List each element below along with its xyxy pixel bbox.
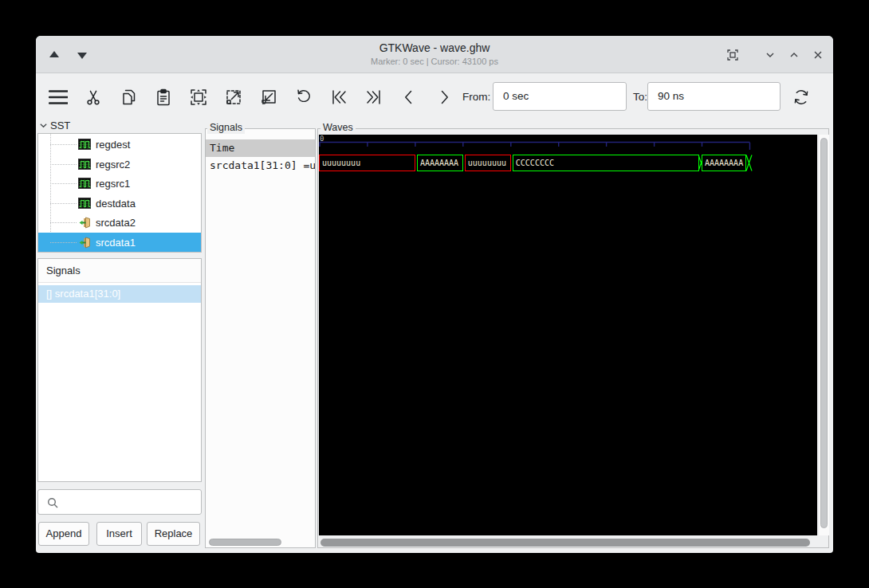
cut-button[interactable] [84, 88, 103, 107]
zoom-fit-button[interactable] [189, 88, 208, 107]
tree-item-regsrc2[interactable]: regsrc2 [38, 155, 201, 174]
prev-button[interactable] [399, 88, 419, 107]
search-input[interactable] [37, 489, 202, 515]
tree-item-label: destdata [96, 198, 136, 210]
skip-end-button[interactable] [364, 88, 383, 107]
waves-vscrollbar-track[interactable] [819, 135, 829, 535]
waves-hscrollbar[interactable] [320, 539, 810, 547]
wave-signal-icon [78, 138, 91, 151]
wave-canvas[interactable]: 0 uuuuuuuuAAAAAAAAuuuuuuuuCCCCCCCCAAAAAA… [319, 135, 817, 535]
tree-item-label: regsrc2 [96, 159, 130, 171]
maximize-icon[interactable] [788, 49, 800, 61]
wave-segment-uuuuuuuu-0ns: uuuuuuuu [319, 155, 415, 171]
tree-branch-line [50, 242, 77, 243]
wave-signal-icon [78, 158, 91, 171]
tree-branch-line [50, 203, 77, 204]
to-label: To: [633, 91, 647, 103]
sst-tree: regdestregsrc2regsrc1destdatasrcdata2src… [37, 133, 202, 253]
tree-item-label: regsrc1 [96, 178, 130, 190]
sst-header[interactable]: SST [39, 119, 70, 131]
tree-item-destdata[interactable]: destdata [38, 194, 201, 214]
sst-label: SST [50, 120, 70, 131]
tree-branch-line [50, 222, 77, 223]
signals-list-header: Signals [38, 259, 201, 283]
copy-button[interactable] [119, 88, 138, 107]
tree-item-regdest[interactable]: regdest [38, 135, 201, 155]
tree-item-srcdata2[interactable]: srcdata2 [38, 213, 201, 233]
wave-segment-CCCCCCCC-40ns: CCCCCCCC [513, 155, 699, 171]
title-bar: GTKWave - wave.ghw Marker: 0 sec | Curso… [36, 36, 833, 73]
chevron-down-icon [39, 121, 48, 130]
menu-button[interactable] [49, 88, 68, 107]
fullscreen-icon[interactable] [726, 49, 739, 61]
window-subtitle: Marker: 0 sec | Cursor: 43100 ps [36, 57, 833, 66]
close-icon[interactable] [812, 49, 824, 61]
tree-branch-line [50, 183, 77, 184]
from-label: From: [462, 91, 490, 103]
replace-button[interactable]: Replace [147, 522, 200, 546]
tree-item-label: srcdata2 [96, 217, 136, 229]
signal-name-row[interactable]: srcdata1[31:0] =uu [206, 157, 315, 174]
port-signal-icon [78, 216, 91, 229]
waves-vscrollbar-thumb[interactable] [820, 138, 828, 528]
to-input[interactable]: 90 ns [647, 82, 781, 111]
waves-frame: Waves 0 uuuuuuuuAAAAAAAAuuuuuuuuCCCCCCCC… [317, 128, 829, 548]
wave-signal-icon [78, 177, 91, 190]
reload-button[interactable] [792, 88, 811, 107]
signals-hscrollbar[interactable] [209, 539, 281, 546]
wave-segment-AAAAAAAA-80ns: AAAAAAAA [702, 155, 746, 171]
zoom-in-button[interactable] [224, 88, 243, 107]
window-title: GTKWave - wave.ghw [36, 41, 833, 54]
tree-branch-line [50, 164, 77, 165]
signals-frame: Signals Time srcdata1[31:0] =uu [205, 128, 316, 548]
tree-item-srcdata1[interactable]: srcdata1 [38, 233, 201, 253]
zoom-out-button[interactable] [259, 88, 278, 107]
wave-signal-icon [78, 197, 91, 210]
undo-button[interactable] [294, 88, 313, 107]
append-button[interactable]: Append [38, 522, 89, 546]
tree-item-label: regdest [96, 139, 130, 151]
signals-list-item[interactable]: [] srcdata1[31:0] [38, 285, 201, 303]
signals-frame-legend: Signals [207, 122, 245, 134]
next-button[interactable] [434, 88, 454, 107]
toolbar: From: 0 sec To: 90 ns [36, 74, 833, 120]
wave-segment-AAAAAAAA-20ns: AAAAAAAA [417, 155, 463, 171]
wave-segment-uuuuuuuu-30ns: uuuuuuuu [465, 155, 511, 171]
tree-item-label: srcdata1 [96, 237, 136, 249]
insert-button[interactable]: Insert [96, 522, 142, 546]
waves-frame-legend: Waves [320, 122, 356, 134]
port-signal-icon [78, 236, 91, 249]
minimize-icon[interactable] [764, 49, 777, 61]
gtkwave-window: GTKWave - wave.ghw Marker: 0 sec | Curso… [36, 36, 833, 553]
tree-branch-line [50, 144, 77, 145]
skip-start-button[interactable] [329, 88, 348, 107]
tree-item-regsrc1[interactable]: regsrc1 [38, 174, 201, 194]
paste-button[interactable] [154, 88, 173, 107]
time-header[interactable]: Time [206, 139, 315, 157]
search-icon [46, 496, 59, 509]
signals-list-panel: Signals [] srcdata1[31:0] [37, 258, 202, 482]
from-input[interactable]: 0 sec [493, 82, 627, 111]
